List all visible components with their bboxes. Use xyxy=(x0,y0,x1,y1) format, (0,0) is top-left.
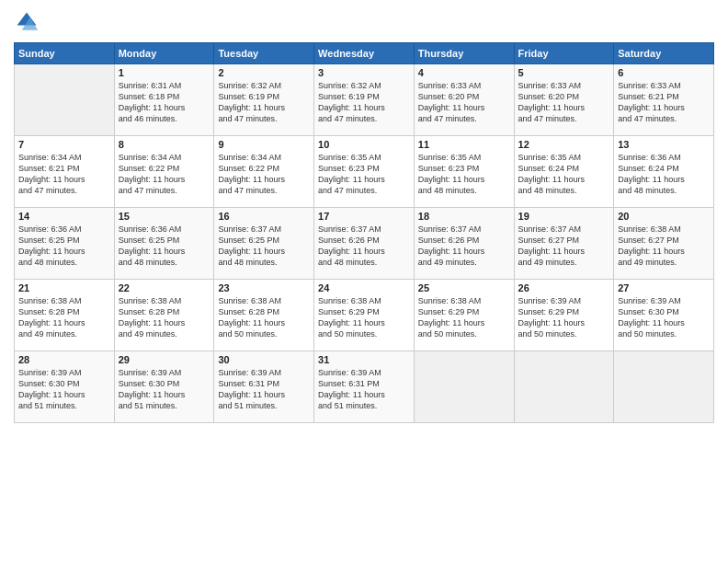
day-number: 11 xyxy=(418,139,510,150)
day-detail: Sunrise: 6:36 AM Sunset: 6:24 PM Dayligh… xyxy=(618,152,710,197)
day-cell: 31Sunrise: 6:39 AM Sunset: 6:31 PM Dayli… xyxy=(314,351,415,423)
day-cell: 2Sunrise: 6:32 AM Sunset: 6:19 PM Daylig… xyxy=(214,64,314,136)
day-number: 1 xyxy=(119,67,210,78)
day-cell: 9Sunrise: 6:34 AM Sunset: 6:22 PM Daylig… xyxy=(214,136,314,208)
day-cell: 8Sunrise: 6:34 AM Sunset: 6:22 PM Daylig… xyxy=(114,136,214,208)
day-number: 23 xyxy=(218,282,310,293)
day-number: 22 xyxy=(119,282,210,293)
day-number: 2 xyxy=(218,67,310,78)
header xyxy=(14,9,714,35)
header-row: SundayMondayTuesdayWednesdayThursdayFrid… xyxy=(15,43,714,64)
week-row-1: 1Sunrise: 6:31 AM Sunset: 6:18 PM Daylig… xyxy=(15,64,714,136)
day-cell: 21Sunrise: 6:38 AM Sunset: 6:28 PM Dayli… xyxy=(15,280,115,351)
header-cell-friday: Friday xyxy=(514,43,614,64)
day-detail: Sunrise: 6:37 AM Sunset: 6:25 PM Dayligh… xyxy=(218,224,310,269)
day-cell: 25Sunrise: 6:38 AM Sunset: 6:29 PM Dayli… xyxy=(414,280,514,351)
day-number: 17 xyxy=(318,211,410,222)
day-cell: 26Sunrise: 6:39 AM Sunset: 6:29 PM Dayli… xyxy=(514,280,614,351)
day-detail: Sunrise: 6:38 AM Sunset: 6:29 PM Dayligh… xyxy=(318,295,410,340)
day-cell xyxy=(15,64,115,136)
day-cell: 13Sunrise: 6:36 AM Sunset: 6:24 PM Dayli… xyxy=(614,136,714,208)
day-number: 31 xyxy=(318,354,410,365)
day-detail: Sunrise: 6:36 AM Sunset: 6:25 PM Dayligh… xyxy=(18,224,110,269)
day-cell: 15Sunrise: 6:36 AM Sunset: 6:25 PM Dayli… xyxy=(114,208,214,280)
logo xyxy=(14,9,43,35)
day-detail: Sunrise: 6:35 AM Sunset: 6:23 PM Dayligh… xyxy=(418,152,510,197)
day-detail: Sunrise: 6:34 AM Sunset: 6:22 PM Dayligh… xyxy=(119,152,210,197)
day-number: 3 xyxy=(318,67,410,78)
day-number: 13 xyxy=(618,139,710,150)
day-detail: Sunrise: 6:39 AM Sunset: 6:31 PM Dayligh… xyxy=(218,367,310,412)
day-detail: Sunrise: 6:39 AM Sunset: 6:30 PM Dayligh… xyxy=(119,367,210,412)
day-number: 28 xyxy=(18,354,110,365)
day-cell: 7Sunrise: 6:34 AM Sunset: 6:21 PM Daylig… xyxy=(15,136,115,208)
day-cell: 10Sunrise: 6:35 AM Sunset: 6:23 PM Dayli… xyxy=(314,136,415,208)
day-cell xyxy=(514,351,614,423)
day-number: 24 xyxy=(318,282,410,293)
day-detail: Sunrise: 6:37 AM Sunset: 6:27 PM Dayligh… xyxy=(518,224,610,269)
day-detail: Sunrise: 6:38 AM Sunset: 6:29 PM Dayligh… xyxy=(418,295,510,340)
day-detail: Sunrise: 6:38 AM Sunset: 6:28 PM Dayligh… xyxy=(119,295,210,340)
day-number: 27 xyxy=(618,282,710,293)
calendar-table: SundayMondayTuesdayWednesdayThursdayFrid… xyxy=(14,42,714,423)
day-number: 19 xyxy=(518,211,610,222)
day-cell xyxy=(414,351,514,423)
day-detail: Sunrise: 6:38 AM Sunset: 6:28 PM Dayligh… xyxy=(218,295,310,340)
day-cell: 6Sunrise: 6:33 AM Sunset: 6:21 PM Daylig… xyxy=(614,64,714,136)
day-cell: 11Sunrise: 6:35 AM Sunset: 6:23 PM Dayli… xyxy=(414,136,514,208)
day-detail: Sunrise: 6:34 AM Sunset: 6:21 PM Dayligh… xyxy=(18,152,110,197)
day-cell: 20Sunrise: 6:38 AM Sunset: 6:27 PM Dayli… xyxy=(614,208,714,280)
day-number: 18 xyxy=(418,211,510,222)
day-cell: 1Sunrise: 6:31 AM Sunset: 6:18 PM Daylig… xyxy=(114,64,214,136)
day-detail: Sunrise: 6:38 AM Sunset: 6:28 PM Dayligh… xyxy=(18,295,110,340)
day-cell: 23Sunrise: 6:38 AM Sunset: 6:28 PM Dayli… xyxy=(214,280,314,351)
day-detail: Sunrise: 6:39 AM Sunset: 6:30 PM Dayligh… xyxy=(618,295,710,340)
day-detail: Sunrise: 6:33 AM Sunset: 6:21 PM Dayligh… xyxy=(618,80,710,125)
day-cell: 28Sunrise: 6:39 AM Sunset: 6:30 PM Dayli… xyxy=(15,351,115,423)
day-cell: 5Sunrise: 6:33 AM Sunset: 6:20 PM Daylig… xyxy=(514,64,614,136)
header-cell-wednesday: Wednesday xyxy=(314,43,415,64)
day-number: 15 xyxy=(119,211,210,222)
day-cell: 17Sunrise: 6:37 AM Sunset: 6:26 PM Dayli… xyxy=(314,208,415,280)
day-cell: 12Sunrise: 6:35 AM Sunset: 6:24 PM Dayli… xyxy=(514,136,614,208)
day-detail: Sunrise: 6:39 AM Sunset: 6:29 PM Dayligh… xyxy=(518,295,610,340)
day-number: 16 xyxy=(218,211,310,222)
day-number: 4 xyxy=(418,67,510,78)
day-cell: 14Sunrise: 6:36 AM Sunset: 6:25 PM Dayli… xyxy=(15,208,115,280)
week-row-3: 14Sunrise: 6:36 AM Sunset: 6:25 PM Dayli… xyxy=(15,208,714,280)
day-detail: Sunrise: 6:33 AM Sunset: 6:20 PM Dayligh… xyxy=(518,80,610,125)
day-number: 30 xyxy=(218,354,310,365)
day-cell: 30Sunrise: 6:39 AM Sunset: 6:31 PM Dayli… xyxy=(214,351,314,423)
day-number: 29 xyxy=(119,354,210,365)
day-detail: Sunrise: 6:37 AM Sunset: 6:26 PM Dayligh… xyxy=(418,224,510,269)
page: SundayMondayTuesdayWednesdayThursdayFrid… xyxy=(0,0,728,563)
day-cell: 3Sunrise: 6:32 AM Sunset: 6:19 PM Daylig… xyxy=(314,64,415,136)
day-detail: Sunrise: 6:36 AM Sunset: 6:25 PM Dayligh… xyxy=(119,224,210,269)
day-number: 14 xyxy=(18,211,110,222)
day-cell: 18Sunrise: 6:37 AM Sunset: 6:26 PM Dayli… xyxy=(414,208,514,280)
day-detail: Sunrise: 6:33 AM Sunset: 6:20 PM Dayligh… xyxy=(418,80,510,125)
day-number: 20 xyxy=(618,211,710,222)
day-number: 21 xyxy=(18,282,110,293)
day-cell: 22Sunrise: 6:38 AM Sunset: 6:28 PM Dayli… xyxy=(114,280,214,351)
day-cell: 4Sunrise: 6:33 AM Sunset: 6:20 PM Daylig… xyxy=(414,64,514,136)
day-number: 12 xyxy=(518,139,610,150)
day-detail: Sunrise: 6:39 AM Sunset: 6:30 PM Dayligh… xyxy=(18,367,110,412)
header-cell-sunday: Sunday xyxy=(15,43,115,64)
day-detail: Sunrise: 6:39 AM Sunset: 6:31 PM Dayligh… xyxy=(318,367,410,412)
week-row-2: 7Sunrise: 6:34 AM Sunset: 6:21 PM Daylig… xyxy=(15,136,714,208)
day-detail: Sunrise: 6:32 AM Sunset: 6:19 PM Dayligh… xyxy=(218,80,310,125)
day-number: 25 xyxy=(418,282,510,293)
day-cell: 27Sunrise: 6:39 AM Sunset: 6:30 PM Dayli… xyxy=(614,280,714,351)
day-detail: Sunrise: 6:31 AM Sunset: 6:18 PM Dayligh… xyxy=(119,80,210,125)
header-cell-saturday: Saturday xyxy=(614,43,714,64)
header-cell-tuesday: Tuesday xyxy=(214,43,314,64)
day-cell xyxy=(614,351,714,423)
day-detail: Sunrise: 6:32 AM Sunset: 6:19 PM Dayligh… xyxy=(318,80,410,125)
day-number: 10 xyxy=(318,139,410,150)
header-cell-monday: Monday xyxy=(114,43,214,64)
day-number: 7 xyxy=(18,139,110,150)
day-cell: 19Sunrise: 6:37 AM Sunset: 6:27 PM Dayli… xyxy=(514,208,614,280)
week-row-4: 21Sunrise: 6:38 AM Sunset: 6:28 PM Dayli… xyxy=(15,280,714,351)
day-detail: Sunrise: 6:35 AM Sunset: 6:23 PM Dayligh… xyxy=(318,152,410,197)
